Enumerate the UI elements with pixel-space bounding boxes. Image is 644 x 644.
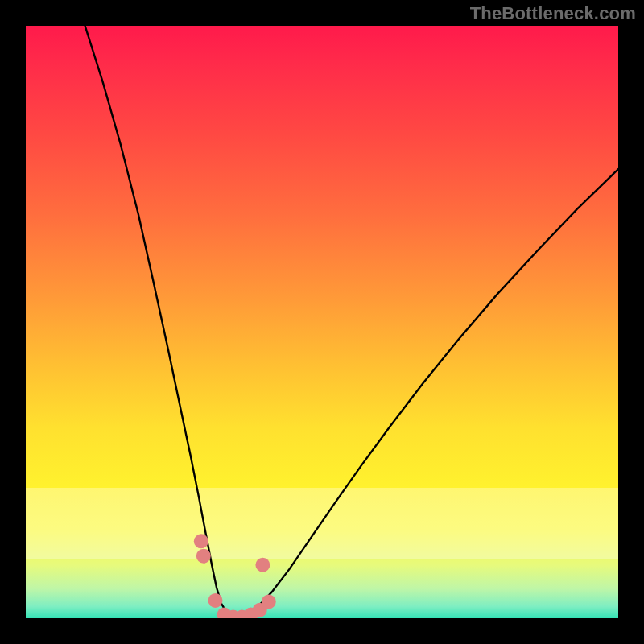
curve-left (85, 26, 234, 617)
curve-right (234, 169, 618, 617)
dot-group (194, 534, 276, 618)
plot-area (26, 26, 618, 618)
data-dot (194, 534, 208, 548)
data-dot (255, 558, 270, 572)
chart-svg (26, 26, 618, 618)
watermark-text: TheBottleneck.com (470, 3, 636, 24)
stage: TheBottleneck.com (0, 0, 644, 644)
data-dot (262, 594, 276, 609)
data-dot (208, 593, 223, 608)
data-dot (196, 549, 211, 564)
